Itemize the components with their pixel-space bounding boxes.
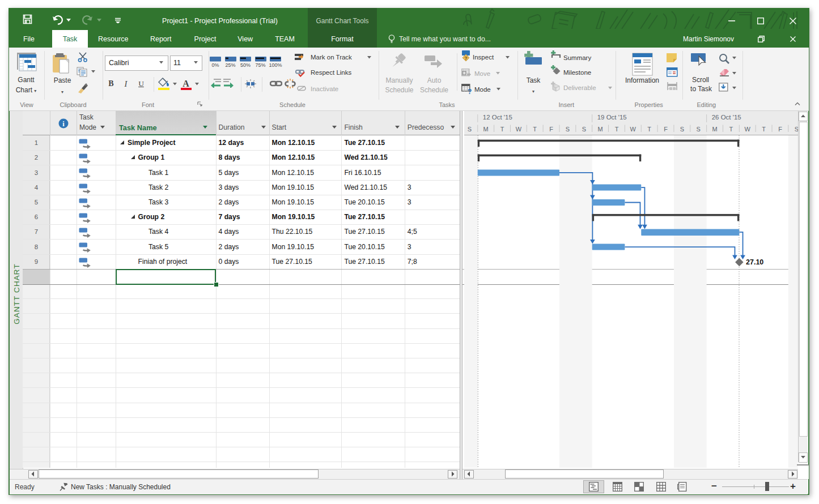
svg-text:T: T	[647, 126, 651, 133]
svg-text:T: T	[729, 126, 733, 133]
svg-text:i: i	[62, 120, 65, 128]
svg-text:?: ?	[464, 55, 468, 61]
svg-text:W: W	[744, 126, 750, 133]
svg-text:M: M	[597, 126, 602, 133]
svg-text:M: M	[483, 126, 488, 133]
svg-text:F: F	[664, 126, 668, 133]
svg-text:S: S	[582, 126, 585, 133]
svg-text:M: M	[712, 126, 717, 133]
svg-text:S: S	[467, 126, 471, 133]
svg-text:A: A	[183, 79, 189, 88]
svg-text:F: F	[549, 126, 553, 133]
svg-text:S: S	[696, 126, 700, 133]
svg-text:S: S	[680, 126, 684, 133]
svg-text:T: T	[614, 126, 618, 133]
svg-text:W: W	[515, 126, 521, 133]
svg-text:T: T	[533, 126, 537, 133]
svg-text:W: W	[630, 126, 636, 133]
svg-text:27.10: 27.10	[746, 258, 763, 266]
svg-text:19 Oct '15: 19 Oct '15	[597, 114, 626, 121]
svg-text:26 Oct '15: 26 Oct '15	[711, 114, 741, 121]
svg-text:12 Oct '15: 12 Oct '15	[482, 114, 512, 121]
svg-text:?: ?	[468, 88, 472, 95]
svg-text:T: T	[500, 126, 504, 133]
svg-text:S: S	[565, 126, 569, 133]
svg-text:F: F	[778, 126, 782, 133]
svg-text:S: S	[794, 126, 798, 133]
svg-text:T: T	[762, 126, 766, 133]
